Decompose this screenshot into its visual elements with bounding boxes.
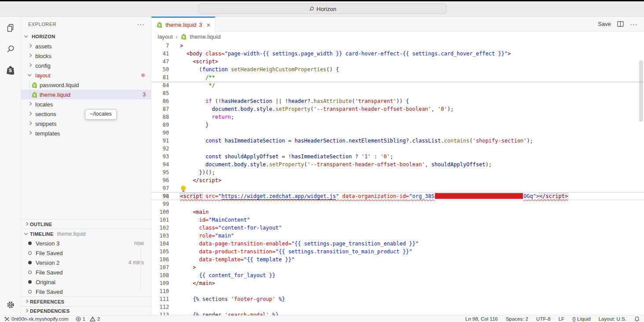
code-lines[interactable]: 84 */8586 if (!hasHeaderSection || !head…	[151, 81, 644, 315]
code-token	[180, 225, 199, 231]
panel-dependencies[interactable]: DEPENDENCIES	[21, 306, 151, 315]
code-line-86[interactable]: 86 if (!hasHeaderSection || !header?.has…	[151, 97, 644, 105]
code-line-104[interactable]: 104 data-page-transition-enabled="{{ set…	[151, 240, 644, 248]
code-line-87[interactable]: 87 document.body.style.setProperty('--tr…	[151, 105, 644, 113]
tree-item-password-liquid[interactable]: Spassword.liquid	[21, 80, 151, 90]
tree-item-theme-liquid[interactable]: Stheme.liquid3	[21, 90, 151, 99]
highlighted-token: </script>	[539, 193, 568, 199]
code-token: "	[218, 193, 221, 199]
timeline-entry[interactable]: Version 3now	[21, 238, 151, 248]
more-actions-icon[interactable]: ···	[630, 22, 638, 26]
code-line-85[interactable]: 85	[151, 89, 644, 97]
line-number: 102	[151, 224, 169, 232]
code-line-110[interactable]: 110	[151, 287, 644, 295]
code-token: render	[199, 312, 224, 315]
code-token: {%	[180, 296, 199, 302]
code-line-96[interactable]: 96 </script>	[151, 176, 644, 184]
code-line-95[interactable]: 95 })();	[151, 168, 644, 176]
explorer-icon[interactable]	[5, 23, 16, 33]
cursor-position[interactable]: Ln 98, Col 116	[465, 316, 498, 322]
code-line-98[interactable]: 98<script src="https://widget.zedchat.ap…	[151, 192, 644, 200]
tree-item-snippets[interactable]: snippets	[21, 119, 151, 128]
eol-sequence[interactable]: LF	[559, 316, 564, 322]
problems-indicator[interactable]: 1 2	[76, 316, 100, 322]
code-line-99[interactable]: 99	[151, 200, 644, 208]
code-line-47[interactable]: 47 <script>	[151, 58, 644, 66]
code-line-88[interactable]: 88 return;	[151, 113, 644, 121]
indentation[interactable]: Spaces: 2	[506, 316, 528, 322]
code-line-113[interactable]: 113 {% render 'search-modal' %}	[151, 311, 644, 315]
tree-item-locales[interactable]: locales	[21, 99, 151, 109]
code-line-109[interactable]: 109 </main>	[151, 279, 644, 287]
chevron-down-icon	[26, 72, 33, 79]
code-token: document	[212, 106, 237, 112]
code-line-93[interactable]: 93 const shouldApplyOffset = !hasImmedia…	[151, 153, 644, 161]
code-line-7[interactable]: 7>	[151, 42, 644, 50]
code-line-111[interactable]: 111 {% sections 'footer-group' %}	[151, 295, 644, 303]
panel-timeline[interactable]: TIMELINE theme.liquid	[21, 229, 151, 238]
timeline-entry[interactable]: File Saved	[21, 287, 151, 296]
timeline-entry[interactable]: File Saved	[21, 248, 151, 258]
code-token: hasHeaderSection	[221, 98, 272, 104]
search-sidebar-icon[interactable]	[5, 44, 16, 55]
timeline-items: Version 3nowFile SavedVersion 24 minsFil…	[21, 238, 151, 296]
tree-item-config[interactable]: config	[21, 61, 151, 70]
settings-gear-icon[interactable]	[5, 300, 16, 310]
code-line-112[interactable]: 112	[151, 303, 644, 311]
code-line-91[interactable]: 91 const hasImmediateSection = hasHeader…	[151, 137, 644, 145]
sticky-scroll[interactable]: 7>41 <body class="page-width-{{ settings…	[151, 42, 644, 81]
tree-item-templates[interactable]: templates	[21, 128, 151, 138]
panel-outline[interactable]: OUTLINE	[21, 219, 151, 229]
save-button[interactable]: Save	[598, 21, 611, 27]
split-editor-icon[interactable]	[617, 21, 624, 27]
close-icon[interactable]: ×	[206, 21, 210, 29]
vertical-scrollbar[interactable]	[639, 60, 643, 122]
code-area[interactable]: 7>41 <body class="page-width-{{ settings…	[151, 42, 644, 315]
code-line-50[interactable]: 50 (function setHeaderHeighCustomPropert…	[151, 66, 644, 73]
code-line-97[interactable]: 97	[151, 184, 644, 192]
code-line-81[interactable]: 81 /**	[151, 73, 644, 81]
timeline-entry[interactable]: Version 24 mins	[21, 258, 151, 267]
timeline-entry[interactable]: Original	[21, 277, 151, 287]
line-number: 86	[151, 97, 169, 105]
line-number: 111	[151, 295, 169, 303]
line-number: 109	[151, 279, 169, 287]
explorer-more-icon[interactable]: ···	[137, 22, 145, 26]
line-number: 87	[151, 105, 169, 113]
tree-root-horizon[interactable]: HORIZON	[21, 32, 151, 41]
version-dot-icon	[28, 280, 32, 284]
code-line-92[interactable]: 92	[151, 145, 644, 153]
shopify-icon[interactable]: S	[5, 65, 16, 76]
breadcrumb-folder[interactable]: layout	[158, 33, 173, 40]
code-line-102[interactable]: 102 class="content-for-layout"	[151, 224, 644, 232]
keyboard-layout[interactable]: Layout: U.S.	[599, 316, 626, 322]
code-line-89[interactable]: 89 }	[151, 121, 644, 129]
notifications-bell[interactable]	[634, 316, 640, 322]
svg-text:S: S	[158, 23, 160, 27]
breadcrumb-file[interactable]: theme.liquid	[190, 33, 221, 40]
tree-item-blocks[interactable]: blocks	[21, 51, 151, 61]
code-line-84[interactable]: 84 */	[151, 81, 644, 89]
breadcrumb[interactable]: layout › S theme.liquid	[151, 32, 644, 42]
code-line-101[interactable]: 101 id="MainContent"	[151, 216, 644, 224]
tree-item-layout[interactable]: layout	[21, 70, 151, 80]
panel-references[interactable]: REFERENCES	[21, 296, 151, 306]
command-center-search[interactable]: Horizon	[198, 4, 447, 14]
code-line-103[interactable]: 103 role="main"	[151, 232, 644, 240]
code-line-107[interactable]: 107 >	[151, 263, 644, 271]
code-line-90[interactable]: 90	[151, 129, 644, 137]
code-token: >	[180, 264, 196, 271]
bell-icon	[634, 316, 640, 322]
code-line-100[interactable]: 100 <main	[151, 208, 644, 216]
code-line-108[interactable]: 108 {{ content_for_layout }}	[151, 271, 644, 279]
language-mode[interactable]: {} Liquid	[572, 316, 591, 322]
code-line-106[interactable]: 106 data-template="{{ template }}"	[151, 256, 644, 263]
tab-theme-liquid[interactable]: S theme.liquid 3 ×	[151, 17, 215, 32]
code-line-105[interactable]: 105 data-product-transition="{{ settings…	[151, 248, 644, 256]
tree-item-assets[interactable]: assets	[21, 41, 151, 51]
code-line-94[interactable]: 94 document.body.style.setProperty('--tr…	[151, 161, 644, 168]
code-line-41[interactable]: 41 <body class="page-width-{{ settings.p…	[151, 50, 644, 58]
timeline-entry[interactable]: File Saved	[21, 267, 151, 277]
remote-indicator[interactable]: 0nt00n-xk.myshopify.com	[4, 316, 69, 322]
encoding[interactable]: UTF-8	[536, 316, 551, 322]
